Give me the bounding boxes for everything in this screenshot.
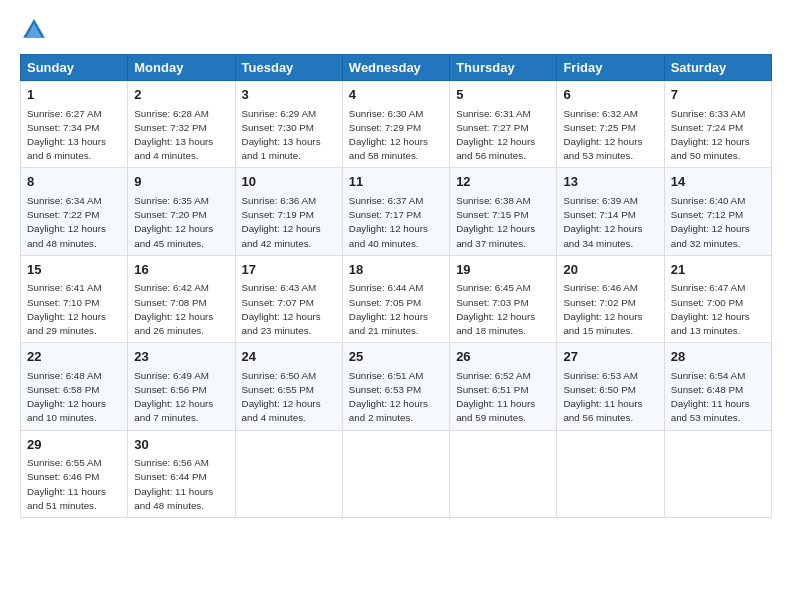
day-number: 26 xyxy=(456,348,550,366)
day-cell: 17 Sunrise: 6:43 AMSunset: 7:07 PMDaylig… xyxy=(235,255,342,342)
day-cell: 22 Sunrise: 6:48 AMSunset: 6:58 PMDaylig… xyxy=(21,343,128,430)
day-cell xyxy=(557,430,664,517)
day-number: 30 xyxy=(134,436,228,454)
day-cell: 21 Sunrise: 6:47 AMSunset: 7:00 PMDaylig… xyxy=(664,255,771,342)
day-number: 6 xyxy=(563,86,657,104)
day-cell: 9 Sunrise: 6:35 AMSunset: 7:20 PMDayligh… xyxy=(128,168,235,255)
day-cell: 24 Sunrise: 6:50 AMSunset: 6:55 PMDaylig… xyxy=(235,343,342,430)
day-cell: 4 Sunrise: 6:30 AMSunset: 7:29 PMDayligh… xyxy=(342,81,449,168)
day-number: 27 xyxy=(563,348,657,366)
day-info: Sunrise: 6:42 AMSunset: 7:08 PMDaylight:… xyxy=(134,282,213,336)
day-number: 29 xyxy=(27,436,121,454)
day-number: 10 xyxy=(242,173,336,191)
day-cell: 23 Sunrise: 6:49 AMSunset: 6:56 PMDaylig… xyxy=(128,343,235,430)
day-info: Sunrise: 6:32 AMSunset: 7:25 PMDaylight:… xyxy=(563,108,642,162)
day-number: 19 xyxy=(456,261,550,279)
day-cell: 13 Sunrise: 6:39 AMSunset: 7:14 PMDaylig… xyxy=(557,168,664,255)
day-cell: 28 Sunrise: 6:54 AMSunset: 6:48 PMDaylig… xyxy=(664,343,771,430)
day-number: 17 xyxy=(242,261,336,279)
day-cell xyxy=(235,430,342,517)
day-cell: 12 Sunrise: 6:38 AMSunset: 7:15 PMDaylig… xyxy=(450,168,557,255)
calendar-table: SundayMondayTuesdayWednesdayThursdayFrid… xyxy=(20,54,772,518)
col-header-saturday: Saturday xyxy=(664,55,771,81)
day-cell: 3 Sunrise: 6:29 AMSunset: 7:30 PMDayligh… xyxy=(235,81,342,168)
day-cell: 27 Sunrise: 6:53 AMSunset: 6:50 PMDaylig… xyxy=(557,343,664,430)
day-number: 23 xyxy=(134,348,228,366)
day-info: Sunrise: 6:28 AMSunset: 7:32 PMDaylight:… xyxy=(134,108,213,162)
logo-icon xyxy=(20,16,48,44)
col-header-monday: Monday xyxy=(128,55,235,81)
day-number: 22 xyxy=(27,348,121,366)
day-cell: 15 Sunrise: 6:41 AMSunset: 7:10 PMDaylig… xyxy=(21,255,128,342)
day-cell: 16 Sunrise: 6:42 AMSunset: 7:08 PMDaylig… xyxy=(128,255,235,342)
day-info: Sunrise: 6:51 AMSunset: 6:53 PMDaylight:… xyxy=(349,370,428,424)
day-number: 3 xyxy=(242,86,336,104)
day-info: Sunrise: 6:27 AMSunset: 7:34 PMDaylight:… xyxy=(27,108,106,162)
day-number: 16 xyxy=(134,261,228,279)
header-row: SundayMondayTuesdayWednesdayThursdayFrid… xyxy=(21,55,772,81)
day-info: Sunrise: 6:30 AMSunset: 7:29 PMDaylight:… xyxy=(349,108,428,162)
week-row-4: 22 Sunrise: 6:48 AMSunset: 6:58 PMDaylig… xyxy=(21,343,772,430)
day-number: 25 xyxy=(349,348,443,366)
day-info: Sunrise: 6:48 AMSunset: 6:58 PMDaylight:… xyxy=(27,370,106,424)
day-cell: 11 Sunrise: 6:37 AMSunset: 7:17 PMDaylig… xyxy=(342,168,449,255)
day-info: Sunrise: 6:53 AMSunset: 6:50 PMDaylight:… xyxy=(563,370,642,424)
day-cell: 14 Sunrise: 6:40 AMSunset: 7:12 PMDaylig… xyxy=(664,168,771,255)
header xyxy=(20,16,772,44)
day-cell xyxy=(342,430,449,517)
day-info: Sunrise: 6:39 AMSunset: 7:14 PMDaylight:… xyxy=(563,195,642,249)
day-cell: 7 Sunrise: 6:33 AMSunset: 7:24 PMDayligh… xyxy=(664,81,771,168)
day-number: 1 xyxy=(27,86,121,104)
day-cell: 6 Sunrise: 6:32 AMSunset: 7:25 PMDayligh… xyxy=(557,81,664,168)
day-number: 2 xyxy=(134,86,228,104)
day-info: Sunrise: 6:54 AMSunset: 6:48 PMDaylight:… xyxy=(671,370,750,424)
day-cell: 10 Sunrise: 6:36 AMSunset: 7:19 PMDaylig… xyxy=(235,168,342,255)
day-cell xyxy=(664,430,771,517)
day-cell: 29 Sunrise: 6:55 AMSunset: 6:46 PMDaylig… xyxy=(21,430,128,517)
day-info: Sunrise: 6:36 AMSunset: 7:19 PMDaylight:… xyxy=(242,195,321,249)
day-info: Sunrise: 6:38 AMSunset: 7:15 PMDaylight:… xyxy=(456,195,535,249)
day-info: Sunrise: 6:46 AMSunset: 7:02 PMDaylight:… xyxy=(563,282,642,336)
day-number: 24 xyxy=(242,348,336,366)
day-info: Sunrise: 6:55 AMSunset: 6:46 PMDaylight:… xyxy=(27,457,106,511)
day-number: 8 xyxy=(27,173,121,191)
day-cell: 1 Sunrise: 6:27 AMSunset: 7:34 PMDayligh… xyxy=(21,81,128,168)
day-info: Sunrise: 6:50 AMSunset: 6:55 PMDaylight:… xyxy=(242,370,321,424)
day-info: Sunrise: 6:40 AMSunset: 7:12 PMDaylight:… xyxy=(671,195,750,249)
day-info: Sunrise: 6:34 AMSunset: 7:22 PMDaylight:… xyxy=(27,195,106,249)
day-info: Sunrise: 6:47 AMSunset: 7:00 PMDaylight:… xyxy=(671,282,750,336)
week-row-1: 1 Sunrise: 6:27 AMSunset: 7:34 PMDayligh… xyxy=(21,81,772,168)
day-number: 5 xyxy=(456,86,550,104)
day-info: Sunrise: 6:31 AMSunset: 7:27 PMDaylight:… xyxy=(456,108,535,162)
day-number: 15 xyxy=(27,261,121,279)
day-info: Sunrise: 6:33 AMSunset: 7:24 PMDaylight:… xyxy=(671,108,750,162)
day-cell: 19 Sunrise: 6:45 AMSunset: 7:03 PMDaylig… xyxy=(450,255,557,342)
day-cell: 18 Sunrise: 6:44 AMSunset: 7:05 PMDaylig… xyxy=(342,255,449,342)
col-header-tuesday: Tuesday xyxy=(235,55,342,81)
day-number: 9 xyxy=(134,173,228,191)
day-number: 14 xyxy=(671,173,765,191)
col-header-friday: Friday xyxy=(557,55,664,81)
day-cell: 2 Sunrise: 6:28 AMSunset: 7:32 PMDayligh… xyxy=(128,81,235,168)
day-number: 11 xyxy=(349,173,443,191)
day-cell: 25 Sunrise: 6:51 AMSunset: 6:53 PMDaylig… xyxy=(342,343,449,430)
day-info: Sunrise: 6:35 AMSunset: 7:20 PMDaylight:… xyxy=(134,195,213,249)
week-row-5: 29 Sunrise: 6:55 AMSunset: 6:46 PMDaylig… xyxy=(21,430,772,517)
day-cell: 8 Sunrise: 6:34 AMSunset: 7:22 PMDayligh… xyxy=(21,168,128,255)
day-number: 4 xyxy=(349,86,443,104)
day-info: Sunrise: 6:45 AMSunset: 7:03 PMDaylight:… xyxy=(456,282,535,336)
col-header-sunday: Sunday xyxy=(21,55,128,81)
day-number: 28 xyxy=(671,348,765,366)
page: SundayMondayTuesdayWednesdayThursdayFrid… xyxy=(0,0,792,612)
day-info: Sunrise: 6:52 AMSunset: 6:51 PMDaylight:… xyxy=(456,370,535,424)
day-cell: 5 Sunrise: 6:31 AMSunset: 7:27 PMDayligh… xyxy=(450,81,557,168)
day-cell: 20 Sunrise: 6:46 AMSunset: 7:02 PMDaylig… xyxy=(557,255,664,342)
day-number: 18 xyxy=(349,261,443,279)
day-number: 20 xyxy=(563,261,657,279)
day-cell: 26 Sunrise: 6:52 AMSunset: 6:51 PMDaylig… xyxy=(450,343,557,430)
day-number: 7 xyxy=(671,86,765,104)
day-info: Sunrise: 6:43 AMSunset: 7:07 PMDaylight:… xyxy=(242,282,321,336)
day-info: Sunrise: 6:56 AMSunset: 6:44 PMDaylight:… xyxy=(134,457,213,511)
col-header-thursday: Thursday xyxy=(450,55,557,81)
day-info: Sunrise: 6:49 AMSunset: 6:56 PMDaylight:… xyxy=(134,370,213,424)
